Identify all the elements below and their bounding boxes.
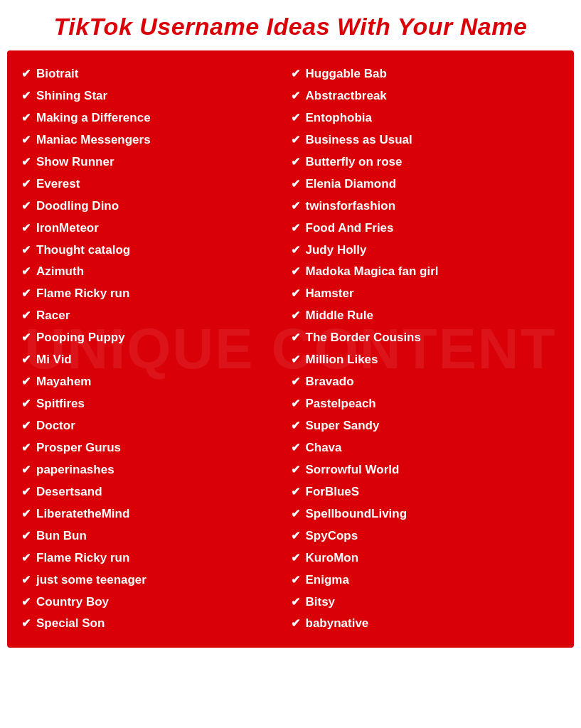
check-icon: ✔ — [21, 287, 31, 300]
list-item: ✔Bun Bun — [21, 525, 291, 547]
check-icon: ✔ — [21, 595, 31, 609]
item-label: twinsforfashion — [306, 198, 396, 215]
list-item: ✔Azimuth — [21, 261, 291, 283]
list-item: ✔Huggable Bab — [291, 63, 560, 85]
item-label: KuroMon — [306, 550, 359, 567]
item-label: The Border Cousins — [306, 330, 421, 346]
list-item: ✔SpyCops — [291, 525, 560, 547]
list-item: ✔Desertsand — [21, 481, 291, 503]
list-item: ✔Doodling Dino — [21, 196, 291, 218]
check-icon: ✔ — [291, 331, 300, 344]
list-item: ✔Bravado — [291, 371, 560, 393]
list-item: ✔The Border Cousins — [291, 327, 560, 349]
check-icon: ✔ — [21, 419, 31, 432]
item-label: Mayahem — [36, 374, 91, 390]
check-icon: ✔ — [21, 397, 31, 410]
item-label: IronMeteor — [36, 220, 99, 237]
item-label: Abstractbreak — [306, 88, 387, 105]
list-item: ✔ForBlueS — [291, 481, 560, 503]
item-label: Hamster — [306, 286, 354, 302]
item-label: Biotrait — [36, 66, 79, 82]
check-icon: ✔ — [21, 243, 31, 257]
list-item: ✔Abstractbreak — [291, 85, 560, 107]
list-item: ✔Business as Usual — [291, 129, 560, 151]
item-label: babynative — [306, 616, 369, 632]
list-item: ✔Country Boy — [21, 592, 291, 614]
check-icon: ✔ — [291, 419, 300, 432]
item-label: Bitsy — [306, 594, 336, 611]
check-icon: ✔ — [291, 485, 300, 498]
check-icon: ✔ — [21, 264, 31, 278]
check-icon: ✔ — [21, 89, 31, 102]
list-item: ✔Million Likes — [291, 349, 560, 371]
list-item: ✔Making a Difference — [21, 107, 291, 129]
check-icon: ✔ — [291, 89, 300, 102]
list-item: ✔Doctor — [21, 415, 291, 437]
list-item: ✔Thought catalog — [21, 240, 291, 262]
item-label: Mi Vid — [36, 352, 72, 368]
list-item: ✔Flame Ricky run — [21, 283, 291, 305]
list-item: ✔Enigma — [291, 569, 560, 592]
check-icon: ✔ — [291, 111, 300, 124]
red-container: UNIQUE CONTENT ✔Biotrait✔Shining Star✔Ma… — [7, 50, 574, 648]
item-label: LiberatetheMind — [36, 506, 129, 523]
check-icon: ✔ — [291, 309, 300, 322]
item-label: Sorrowful World — [306, 462, 400, 478]
list-item: ✔Sorrowful World — [291, 459, 560, 481]
check-icon: ✔ — [291, 177, 300, 191]
list-item: ✔Shining Star — [21, 85, 291, 107]
check-icon: ✔ — [21, 616, 31, 630]
item-label: Azimuth — [36, 264, 84, 280]
check-icon: ✔ — [21, 199, 31, 213]
check-icon: ✔ — [21, 375, 31, 388]
list-item: ✔LiberatetheMind — [21, 503, 291, 525]
item-label: Maniac Messengers — [36, 132, 151, 149]
list-item: ✔Middle Rule — [291, 305, 560, 327]
list-item: ✔SpellboundLiving — [291, 503, 560, 525]
item-label: Judy Holly — [306, 242, 367, 259]
list-item: ✔Butterfly on rose — [291, 151, 560, 173]
right-column: ✔Huggable Bab✔Abstractbreak✔Entophobia✔B… — [291, 63, 560, 635]
item-label: Pooping Puppy — [36, 330, 125, 346]
item-label: Desertsand — [36, 484, 102, 500]
item-label: Butterfly on rose — [306, 154, 403, 171]
item-label: Enigma — [306, 572, 349, 589]
page-title: TikTok Username Ideas With Your Name — [14, 13, 567, 41]
list-item: ✔Pooping Puppy — [21, 327, 291, 349]
check-icon: ✔ — [21, 441, 31, 454]
check-icon: ✔ — [21, 485, 31, 498]
list-item: ✔twinsforfashion — [291, 196, 560, 218]
title-area: TikTok Username Ideas With Your Name — [0, 0, 581, 50]
list-item: ✔Food And Fries — [291, 218, 560, 240]
check-icon: ✔ — [291, 133, 300, 146]
item-label: Entophobia — [306, 110, 372, 127]
check-icon: ✔ — [291, 264, 300, 278]
item-label: Doodling Dino — [36, 198, 119, 215]
list-item: ✔Flame Ricky run — [21, 547, 291, 569]
check-icon: ✔ — [21, 221, 31, 235]
item-label: Spitfires — [36, 396, 85, 412]
list-item: ✔Elenia Diamond — [291, 173, 560, 196]
check-icon: ✔ — [21, 309, 31, 322]
check-icon: ✔ — [291, 463, 300, 476]
item-label: SpyCops — [306, 528, 358, 545]
check-icon: ✔ — [291, 595, 300, 609]
check-icon: ✔ — [291, 243, 300, 257]
list-item: ✔Judy Holly — [291, 240, 560, 262]
check-icon: ✔ — [21, 529, 31, 542]
left-column: ✔Biotrait✔Shining Star✔Making a Differen… — [21, 63, 291, 635]
item-label: Show Runner — [36, 154, 114, 171]
check-icon: ✔ — [21, 353, 31, 366]
page-wrapper: TikTok Username Ideas With Your Name UNI… — [0, 0, 581, 728]
item-label: SpellboundLiving — [306, 506, 407, 523]
item-label: Super Sandy — [306, 418, 380, 434]
list-item: ✔Mi Vid — [21, 349, 291, 371]
list-item: ✔Chava — [291, 437, 560, 459]
item-label: Bravado — [306, 374, 354, 390]
check-icon: ✔ — [21, 111, 31, 124]
list-item: ✔Special Son — [21, 613, 291, 635]
check-icon: ✔ — [21, 67, 31, 80]
check-icon: ✔ — [291, 616, 300, 630]
item-label: Thought catalog — [36, 242, 130, 259]
item-label: just some teenager — [36, 572, 146, 589]
